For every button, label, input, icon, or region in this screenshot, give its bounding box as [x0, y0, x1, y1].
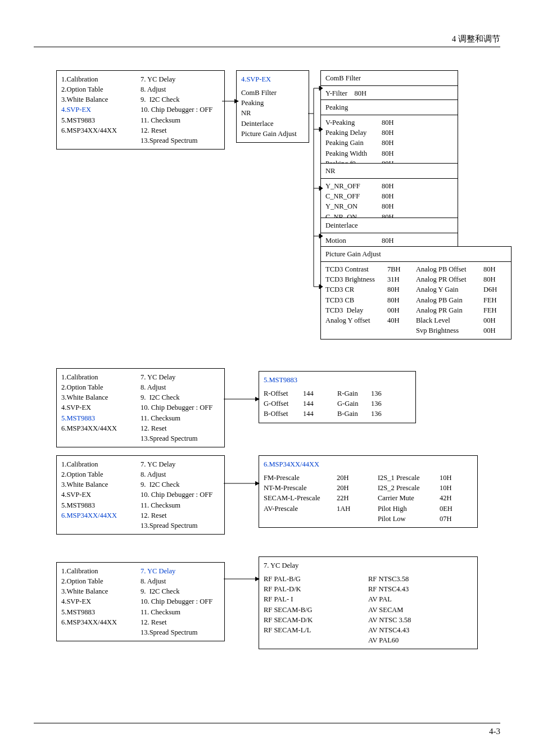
msp-right: I2S_1 Prescale10HI2S_2 Prescale10HCarrie… [378, 473, 473, 524]
menu-item: 5.MST9883 [61, 607, 141, 617]
kv-row: TCD3 Contrast7BH [325, 264, 416, 274]
msp-left: FM-Prescale20HNT-M-Prescale20HSECAM-L-Pr… [264, 473, 378, 524]
kv-row: FM-Prescale20H [264, 473, 378, 483]
ycd-box: 7. YC Delay RF PAL-B/GRF PAL-D/KRF PAL- … [259, 556, 478, 649]
menu-item: 6.MSP34XX/44XX [61, 617, 141, 627]
kv-row: G-Offset144 [264, 399, 337, 409]
kv-row: Analog PB Offset80H [416, 264, 506, 274]
main-menu-mst: 1.Calibration2.Option Table3.White Balan… [56, 368, 225, 447]
kv-row: Y_NR_ON80H [325, 201, 453, 211]
arrow-icon [224, 478, 260, 489]
submenu-item: ComB Filter [241, 88, 304, 98]
menu-item: 5.MST9883 [61, 500, 141, 510]
arrow-icon [224, 393, 260, 405]
ycd-right: RF NTSC3.58RF NTSC4.43AV PALAV SECAMAV N… [368, 574, 473, 645]
kv-row: AV-Prescale1AH [264, 504, 378, 514]
nr-rows: Y_NR_OFF80HC_NR_OFF80HY_NR_ON80HC_NR_ON8… [325, 181, 453, 222]
kv-row: Peaking Width80H [325, 148, 453, 159]
kv-row: Peaking Delay80H [325, 128, 453, 138]
menu-item: 11. Checksum [141, 115, 220, 125]
menu-item: 9. I2C Check [141, 392, 220, 402]
footer-rule [34, 723, 500, 723]
msp-box: 6.MSP34XX/44XX FM-Prescale20HNT-M-Presca… [259, 455, 478, 528]
list-item: RF PAL-B/G [264, 574, 368, 584]
menu-item: 6.MSP34XX/44XX [61, 125, 141, 135]
menu-item: 4.SVP-EX [61, 596, 141, 606]
list-item: AV SECAM [368, 605, 473, 615]
kv-row: NT-M-Prescale20H [264, 483, 378, 493]
kv-row: Analog PB GainFEH [416, 295, 506, 305]
peaking-box: Peaking V-Peaking80HPeaking Delay80HPeak… [320, 99, 458, 173]
menu-item: 4.SVP-EX [61, 490, 141, 500]
peaking-title: Peaking [321, 100, 458, 115]
comb-val: 80H [354, 89, 366, 97]
menu-item: 5.MST9883 [61, 115, 141, 125]
kv-row: Black Level00H [416, 315, 506, 325]
main-menu-ycd: 1.Calibration2.Option Table3.White Balan… [56, 562, 225, 641]
kv-row: SECAM-L-Prescale22H [264, 493, 378, 503]
menu-item: 8. Adjust [141, 576, 220, 586]
list-item: AV NTSC 3.58 [368, 615, 473, 625]
submenu-item: Picture Gain Adjust [241, 129, 304, 139]
mst-box: 5.MST9883 R-Offset144G-Offset144B-Offset… [259, 371, 416, 423]
kv-row: Pilot High0EH [378, 504, 473, 514]
page: 4 调整和调节 1.Calibration2.Option Table3.Whi… [0, 0, 534, 756]
menu-item: 12. Reset [141, 125, 220, 135]
deint-box: Deinterlace Motion80H [320, 218, 458, 250]
comb-title: ComB Filter [321, 71, 458, 86]
list-item: RF SECAM-B/G [264, 605, 368, 615]
menu-item: 2.Option Table [61, 84, 141, 94]
menu-item: 9. I2C Check [141, 479, 220, 490]
comb-box: ComB Filter Y-Filter 80H [320, 70, 458, 102]
header-rule [34, 47, 500, 47]
menu-item: 1.Calibration [61, 566, 141, 576]
main-menu-svp: 1.Calibration2.Option Table3.White Balan… [56, 70, 225, 150]
menu-item: 10. Chip Debugger : OFF [141, 490, 220, 500]
kv-row: Analog Y offset40H [325, 315, 416, 325]
menu-item: 4.SVP-EX [61, 105, 141, 115]
svp-submenu: 4.SVP-EX ComB FilterPeakingNRDeinterlace… [236, 70, 309, 143]
menu-item: 6.MSP34XX/44XX [61, 510, 141, 520]
kv-row: TCD3 Brightness31H [325, 274, 416, 284]
menu-item: 7. YC Delay [141, 566, 220, 576]
list-item: RF PAL-D/K [264, 584, 368, 594]
menu-item: 12. Reset [141, 510, 220, 520]
list-item: AV NTSC4.43 [368, 625, 473, 635]
menu-item: 13.Spread Spectrum [141, 433, 220, 443]
kv-row: I2S_2 Prescale10H [378, 483, 473, 493]
menu-item: 3.White Balance [61, 479, 141, 490]
kv-row: Y_NR_OFF80H [325, 181, 453, 191]
kv-row: R-Gain136 [337, 388, 411, 399]
nr-box: NR Y_NR_OFF80HC_NR_OFF80HY_NR_ON80HC_NR_… [320, 163, 458, 226]
kv-row: TCD3 CB80H [325, 295, 416, 305]
menu-item: 11. Checksum [141, 607, 220, 617]
menu-item: 10. Chip Debugger : OFF [141, 596, 220, 606]
pga-title: Picture Gain Adjust [321, 247, 511, 262]
ycd-left: RF PAL-B/GRF PAL-D/KRF PAL- IRF SECAM-B/… [264, 574, 368, 645]
list-item: RF NTSC3.58 [368, 574, 473, 584]
kv-row: TCD3 Delay00H [325, 305, 416, 315]
mst-left: R-Offset144G-Offset144B-Offset144 [264, 388, 337, 419]
nr-title: NR [321, 164, 458, 179]
menu-item: 3.White Balance [61, 586, 141, 596]
menu-item: 7. YC Delay [141, 372, 220, 382]
svp-title: 4.SVP-EX [241, 74, 304, 84]
kv-row: R-Offset144 [264, 388, 337, 399]
svp-items: ComB FilterPeakingNRDeinterlacePicture G… [241, 88, 304, 139]
kv-row: V-Peaking80H [325, 117, 453, 128]
menu-item: 3.White Balance [61, 392, 141, 402]
kv-row: Motion80H [325, 236, 453, 246]
menu-item: 12. Reset [141, 423, 220, 433]
menu-item: 1.Calibration [61, 74, 141, 84]
menu-item: 12. Reset [141, 617, 220, 627]
page-footer: 4-3 [34, 723, 500, 736]
menu-item: 13.Spread Spectrum [141, 135, 220, 146]
menu-item: 11. Checksum [141, 413, 220, 423]
list-item: AV PAL [368, 594, 473, 604]
ycd-title: 7. YC Delay [264, 560, 473, 571]
kv-row: Carrier Mute42H [378, 493, 473, 503]
mst-right: R-Gain136G-Gain136B-Gain136 [337, 388, 411, 419]
menu-item: 8. Adjust [141, 469, 220, 479]
deint-title: Deinterlace [321, 218, 458, 233]
menu-item: 13.Spread Spectrum [141, 520, 220, 531]
